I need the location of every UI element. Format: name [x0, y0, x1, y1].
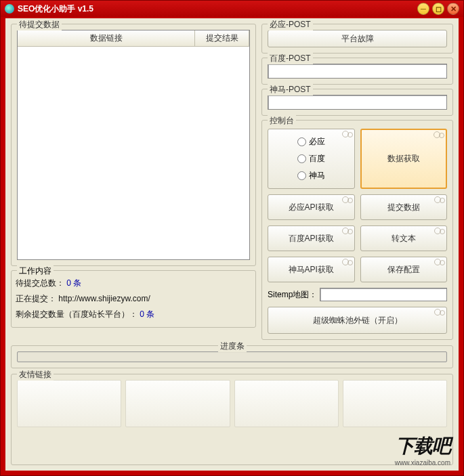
radio-shenma[interactable]: 神马: [297, 170, 325, 181]
corner-decoration-icon: [434, 131, 444, 138]
friend-links-body: [17, 380, 447, 427]
submit-data-button[interactable]: 提交数据: [360, 194, 448, 220]
to-text-label: 转文本: [392, 233, 416, 244]
radio-shenma-input[interactable]: [297, 171, 306, 180]
window-controls: ─ ◻ ✕: [417, 3, 459, 15]
shenma-post-input[interactable]: [268, 95, 447, 110]
save-config-button[interactable]: 保存配置: [360, 257, 448, 282]
friend-links-group: 友情链接: [11, 374, 453, 465]
friend-links-label: 友情链接: [17, 369, 54, 381]
biying-post-group: 必应-POST 平台故障: [261, 24, 453, 53]
submit-data-label: 提交数据: [387, 202, 420, 213]
work-total-value: 0 条: [66, 278, 81, 288]
pending-data-group: 待提交数据 数据链接 提交结果: [11, 24, 256, 266]
shenma-api-button[interactable]: 神马API获取: [268, 257, 355, 282]
minimize-button[interactable]: ─: [417, 3, 429, 15]
platform-fault-label: 平台故障: [341, 33, 374, 45]
content-area: 待提交数据 数据链接 提交结果 工作内容 待提交总数： 0 条: [5, 18, 459, 471]
progress-group: 进度条: [11, 345, 453, 368]
work-label: 工作内容: [17, 265, 54, 277]
biying-post-label: 必应-POST: [268, 19, 313, 30]
shenma-post-label: 神马-POST: [268, 84, 313, 95]
progress-bar: [17, 351, 447, 362]
baidu-api-label: 百度API获取: [289, 233, 334, 244]
titlebar[interactable]: SEO优化小助手 v1.5 ─ ◻ ✕: [1, 1, 463, 17]
work-total-label: 待提交总数：: [16, 278, 64, 288]
shenma-post-group: 神马-POST: [261, 89, 453, 116]
work-submitting-value: http://www.shijiezyw.com/: [58, 294, 150, 303]
radio-shenma-label: 神马: [309, 170, 325, 181]
baidu-post-input[interactable]: [268, 64, 447, 79]
spider-pool-label: 超级蜘蛛池外链（开启）: [313, 315, 402, 326]
radio-biying-input[interactable]: [297, 137, 306, 146]
corner-decoration-icon: [434, 309, 445, 316]
console-grid: 必应 百度 神马: [268, 129, 447, 282]
biying-api-button[interactable]: 必应API获取: [268, 194, 355, 220]
pending-table[interactable]: 数据链接 提交结果: [17, 30, 250, 260]
friend-link-slot[interactable]: [125, 380, 230, 427]
corner-decoration-icon: [342, 196, 353, 203]
table-header: 数据链接 提交结果: [18, 30, 249, 47]
work-submitting-label: 正在提交：: [16, 294, 56, 303]
close-button[interactable]: ✕: [447, 3, 459, 15]
to-text-button[interactable]: 转文本: [360, 225, 448, 251]
app-icon: [5, 4, 14, 14]
progress-label: 进度条: [218, 341, 247, 352]
corner-decoration-icon: [342, 259, 353, 265]
left-pane: 待提交数据 数据链接 提交结果 工作内容 待提交总数： 0 条: [11, 24, 256, 340]
radio-baidu[interactable]: 百度: [297, 153, 325, 165]
work-group: 工作内容 待提交总数： 0 条 正在提交： http://www.shijiez…: [11, 270, 256, 328]
corner-decoration-icon: [342, 228, 353, 234]
app-window: SEO优化小助手 v1.5 ─ ◻ ✕ 待提交数据 数据链接 提交结果: [0, 0, 464, 476]
baidu-api-button[interactable]: 百度API获取: [268, 225, 355, 251]
baidu-post-label: 百度-POST: [268, 53, 313, 64]
work-remain-label: 剩余提交数量（百度站长平台）：: [16, 309, 138, 319]
friend-link-slot[interactable]: [17, 380, 121, 427]
window-title: SEO优化小助手 v1.5: [18, 3, 93, 15]
sitemap-input[interactable]: [320, 288, 447, 301]
work-submitting-row: 正在提交： http://www.shijiezyw.com/: [16, 293, 251, 305]
work-remain-value: 0 条: [140, 309, 154, 319]
radio-biying[interactable]: 必应: [297, 136, 325, 148]
engine-radio-group: 必应 百度 神马: [268, 129, 355, 189]
corner-decoration-icon: [342, 131, 353, 137]
friend-link-slot[interactable]: [234, 380, 339, 427]
console-label: 控制台: [268, 115, 296, 127]
friend-link-slot[interactable]: [343, 380, 447, 427]
corner-decoration-icon: [434, 196, 445, 203]
column-result[interactable]: 提交结果: [195, 30, 249, 46]
work-total-row: 待提交总数： 0 条: [16, 278, 251, 289]
console-group: 控制台 必应 百度: [261, 120, 453, 340]
fetch-data-button[interactable]: 数据获取: [360, 129, 448, 189]
corner-decoration-icon: [434, 259, 445, 265]
right-pane: 必应-POST 平台故障 百度-POST 神马-POST 控制台: [261, 24, 453, 340]
sitemap-label: Sitemp地图：: [268, 289, 317, 301]
radio-baidu-input[interactable]: [297, 154, 306, 163]
fetch-data-label: 数据获取: [387, 153, 420, 165]
column-link[interactable]: 数据链接: [18, 30, 195, 46]
corner-decoration-icon: [434, 228, 445, 234]
platform-fault-button[interactable]: 平台故障: [268, 30, 447, 47]
sitemap-row: Sitemp地图：: [268, 288, 447, 301]
upper-panes: 待提交数据 数据链接 提交结果 工作内容 待提交总数： 0 条: [11, 24, 453, 340]
pending-data-label: 待提交数据: [17, 19, 62, 30]
spider-pool-button[interactable]: 超级蜘蛛池外链（开启）: [268, 307, 447, 334]
biying-api-label: 必应API获取: [289, 202, 334, 213]
maximize-button[interactable]: ◻: [432, 3, 444, 15]
radio-biying-label: 必应: [309, 136, 325, 148]
shenma-api-label: 神马API获取: [289, 264, 334, 276]
baidu-post-group: 百度-POST: [261, 58, 453, 85]
radio-baidu-label: 百度: [309, 153, 325, 165]
work-remain-row: 剩余提交数量（百度站长平台）： 0 条: [16, 309, 251, 320]
save-config-label: 保存配置: [387, 264, 420, 276]
